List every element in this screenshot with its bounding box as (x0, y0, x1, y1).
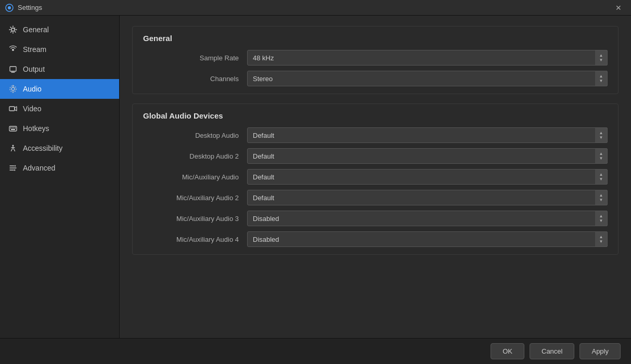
field-select-5[interactable]: DefaultDisabled (247, 231, 608, 247)
svg-point-14 (15, 165, 16, 167)
svg-point-6 (10, 86, 16, 92)
hotkeys-icon (8, 124, 18, 133)
general-section: General Sample Rate44.1 kHz48 kHz▲▼Chann… (132, 26, 619, 94)
field-label-1: Desktop Audio 2 (143, 152, 247, 160)
svg-rect-12 (11, 129, 15, 130)
field-select-3[interactable]: DefaultDisabled (247, 190, 608, 205)
global-audio-section: Global Audio Devices Desktop AudioDefaul… (132, 103, 619, 255)
field-select-1[interactable]: DefaultDisabled (247, 148, 608, 164)
sidebar-item-audio[interactable]: Audio (0, 79, 119, 99)
advanced-icon (8, 163, 18, 173)
global-audio-section-title: Global Audio Devices (143, 111, 608, 120)
sidebar-item-hotkeys[interactable]: Hotkeys (0, 119, 119, 138)
general-icon (8, 25, 18, 34)
spinner-3[interactable]: ▲▼ (595, 190, 608, 205)
spinner-1[interactable]: ▲▼ (595, 148, 608, 164)
field-label-3: Mic/Auxiliary Audio 2 (143, 194, 247, 202)
stream-icon (8, 45, 18, 54)
svg-point-15 (14, 170, 16, 171)
form-row-2: Mic/Auxiliary AudioDefaultDisabled▲▼ (143, 169, 608, 185)
sidebar-item-general[interactable]: General (0, 20, 119, 40)
field-select-0[interactable]: DefaultDisabled (247, 127, 608, 143)
field-select-2[interactable]: DefaultDisabled (247, 169, 608, 185)
svg-rect-4 (10, 67, 16, 71)
svg-point-1 (8, 6, 11, 9)
sidebar-item-label-advanced: Advanced (23, 164, 55, 172)
spinner-4[interactable]: ▲▼ (595, 211, 608, 226)
field-select-0[interactable]: 44.1 kHz48 kHz (247, 50, 608, 66)
field-select-1[interactable]: MonoStereo2.14.04.15.17.1 (247, 71, 608, 86)
content-area: General Sample Rate44.1 kHz48 kHz▲▼Chann… (120, 16, 631, 338)
video-icon (8, 104, 18, 113)
cancel-button[interactable]: Cancel (530, 343, 574, 359)
form-row-5: Mic/Auxiliary Audio 4DefaultDisabled▲▼ (143, 231, 608, 247)
field-label-0: Desktop Audio (143, 132, 247, 139)
general-section-title: General (143, 34, 608, 43)
form-row-1: ChannelsMonoStereo2.14.04.15.17.1▲▼ (143, 71, 608, 86)
svg-rect-9 (10, 127, 11, 128)
svg-point-5 (11, 87, 15, 90)
spinner-0[interactable]: ▲▼ (595, 50, 608, 66)
sidebar-item-output[interactable]: Output (0, 59, 119, 79)
form-row-3: Mic/Auxiliary Audio 2DefaultDisabled▲▼ (143, 190, 608, 205)
ok-button[interactable]: OK (491, 343, 524, 359)
form-row-1: Desktop Audio 2DefaultDisabled▲▼ (143, 148, 608, 164)
svg-point-3 (12, 49, 14, 51)
sidebar-item-advanced[interactable]: Advanced (0, 158, 119, 178)
sidebar-item-label-stream: Stream (23, 45, 46, 54)
field-control-wrap-0: DefaultDisabled▲▼ (247, 127, 608, 143)
field-label-0: Sample Rate (143, 54, 247, 62)
form-row-0: Sample Rate44.1 kHz48 kHz▲▼ (143, 50, 608, 66)
sidebar-item-label-general: General (23, 25, 49, 34)
sidebar-item-accessibility[interactable]: Accessibility (0, 138, 119, 158)
bottom-bar: OK Cancel Apply (0, 338, 631, 364)
field-control-wrap-5: DefaultDisabled▲▼ (247, 231, 608, 247)
general-fields: Sample Rate44.1 kHz48 kHz▲▼ChannelsMonoS… (143, 50, 608, 86)
output-icon (8, 64, 18, 74)
global-fields: Desktop AudioDefaultDisabled▲▼Desktop Au… (143, 127, 608, 247)
svg-rect-7 (9, 107, 15, 111)
field-control-wrap-1: DefaultDisabled▲▼ (247, 148, 608, 164)
window-title: Settings (18, 4, 611, 11)
sidebar-item-label-audio: Audio (23, 85, 42, 93)
svg-rect-10 (12, 127, 14, 128)
titlebar: Settings ✕ (0, 0, 631, 16)
apply-button[interactable]: Apply (580, 343, 621, 359)
sidebar: GeneralStreamOutputAudioVideoHotkeysAcce… (0, 16, 120, 338)
sidebar-item-label-hotkeys: Hotkeys (23, 124, 49, 133)
field-label-2: Mic/Auxiliary Audio (143, 173, 247, 181)
sidebar-item-stream[interactable]: Stream (0, 40, 119, 59)
field-control-wrap-1: MonoStereo2.14.04.15.17.1▲▼ (247, 71, 608, 86)
accessibility-icon (8, 144, 18, 153)
field-control-wrap-4: DefaultDisabled▲▼ (247, 211, 608, 226)
spinner-5[interactable]: ▲▼ (595, 231, 608, 247)
app-icon (5, 4, 14, 12)
field-control-wrap-0: 44.1 kHz48 kHz▲▼ (247, 50, 608, 66)
spinner-1[interactable]: ▲▼ (595, 71, 608, 86)
field-control-wrap-2: DefaultDisabled▲▼ (247, 169, 608, 185)
sidebar-item-label-accessibility: Accessibility (23, 144, 62, 152)
spinner-2[interactable]: ▲▼ (595, 169, 608, 185)
field-label-1: Channels (143, 75, 247, 83)
close-button[interactable]: ✕ (611, 3, 626, 13)
field-label-4: Mic/Auxiliary Audio 3 (143, 215, 247, 223)
sidebar-item-video[interactable]: Video (0, 99, 119, 119)
form-row-0: Desktop AudioDefaultDisabled▲▼ (143, 127, 608, 143)
main-layout: GeneralStreamOutputAudioVideoHotkeysAcce… (0, 16, 631, 338)
svg-rect-8 (9, 126, 17, 131)
field-control-wrap-3: DefaultDisabled▲▼ (247, 190, 608, 205)
spinner-0[interactable]: ▲▼ (595, 127, 608, 143)
form-row-4: Mic/Auxiliary Audio 3DefaultDisabled▲▼ (143, 211, 608, 226)
svg-rect-11 (15, 127, 16, 128)
sidebar-item-label-output: Output (23, 65, 45, 73)
audio-icon (8, 84, 18, 94)
svg-point-13 (12, 145, 14, 147)
field-select-4[interactable]: DefaultDisabled (247, 211, 608, 226)
field-label-5: Mic/Auxiliary Audio 4 (143, 236, 247, 243)
sidebar-item-label-video: Video (23, 105, 42, 113)
